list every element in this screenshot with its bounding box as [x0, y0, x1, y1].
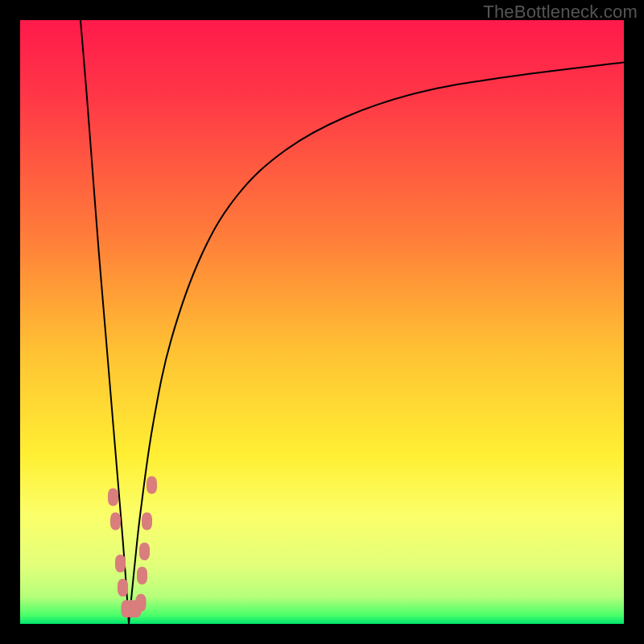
marker-dot — [136, 594, 147, 612]
watermark-text: TheBottleneck.com — [483, 2, 638, 23]
bottleneck-chart — [20, 20, 624, 624]
marker-dot — [115, 555, 126, 572]
gradient-background — [20, 20, 624, 624]
marker-dot — [142, 513, 152, 530]
marker-dot — [137, 567, 147, 584]
marker-dot — [147, 477, 157, 494]
marker-dot — [110, 513, 121, 530]
chart-frame: TheBottleneck.com — [0, 0, 644, 644]
marker-dot — [108, 489, 118, 506]
marker-dot — [139, 543, 150, 560]
marker-dot — [118, 579, 128, 597]
